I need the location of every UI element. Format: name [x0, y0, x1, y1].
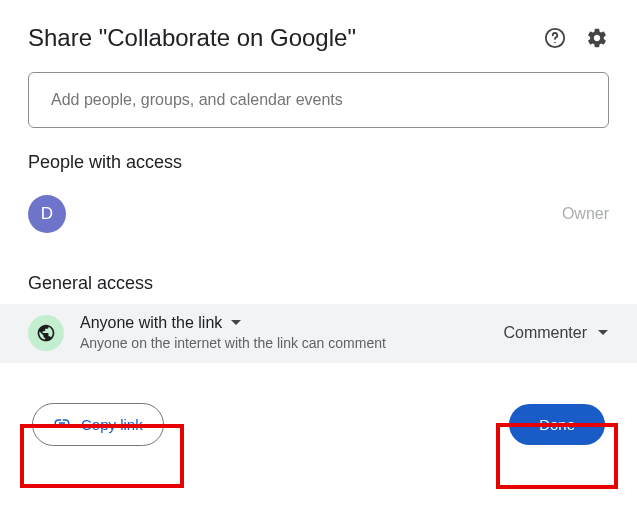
- people-heading: People with access: [28, 152, 609, 173]
- general-access-section: General access Anyone with the link Anyo…: [28, 273, 609, 363]
- access-description: Anyone on the internet with the link can…: [80, 335, 503, 351]
- svg-point-1: [554, 42, 555, 43]
- gear-icon[interactable]: [585, 26, 609, 50]
- link-icon: [53, 414, 71, 435]
- general-access-row: Anyone with the link Anyone on the inter…: [0, 304, 637, 363]
- owner-role-label: Owner: [562, 205, 609, 223]
- dialog-header: Share "Collaborate on Google": [28, 24, 609, 52]
- chevron-down-icon: [597, 329, 609, 337]
- general-access-heading: General access: [28, 273, 609, 294]
- people-section: People with access D Owner: [28, 152, 609, 233]
- share-dialog: Share "Collaborate on Google" People wit…: [0, 0, 637, 466]
- person-row: D Owner: [28, 195, 609, 233]
- access-scope-label: Anyone with the link: [80, 314, 222, 332]
- add-people-input[interactable]: [28, 72, 609, 128]
- dialog-title: Share "Collaborate on Google": [28, 24, 356, 52]
- role-label: Commenter: [503, 324, 587, 342]
- avatar: D: [28, 195, 66, 233]
- done-button[interactable]: Done: [509, 404, 605, 445]
- role-dropdown[interactable]: Commenter: [503, 324, 609, 342]
- access-scope-dropdown[interactable]: Anyone with the link: [80, 314, 503, 332]
- dialog-footer: Copy link Done: [28, 403, 609, 446]
- help-icon[interactable]: [543, 26, 567, 50]
- chevron-down-icon: [230, 319, 242, 327]
- copy-link-button[interactable]: Copy link: [32, 403, 164, 446]
- header-actions: [543, 26, 609, 50]
- globe-icon: [28, 315, 64, 351]
- access-text-block: Anyone with the link Anyone on the inter…: [80, 314, 503, 351]
- copy-link-label: Copy link: [81, 416, 143, 433]
